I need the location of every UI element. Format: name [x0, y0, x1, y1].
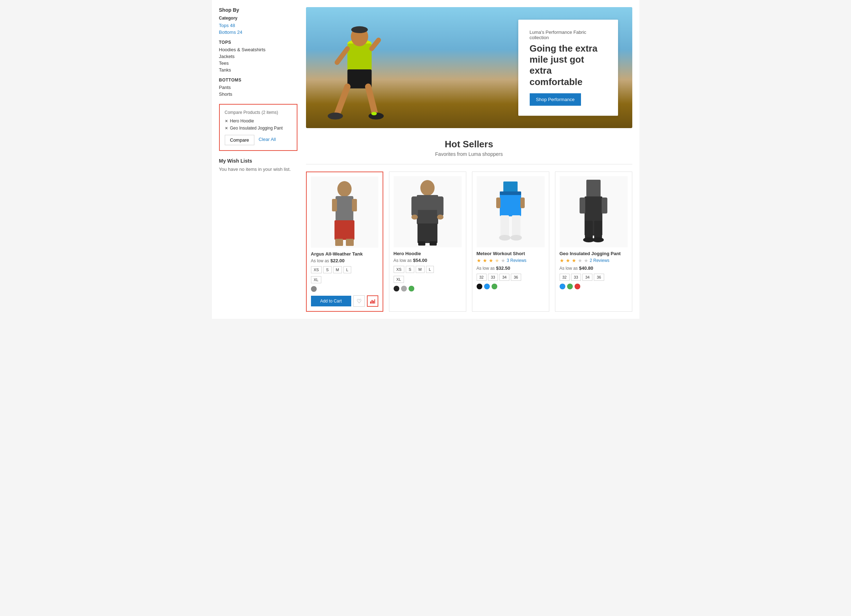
color-swatches-3 [559, 283, 628, 289]
size-xs[interactable]: XS [311, 266, 322, 273]
star-4: ★ [495, 258, 499, 263]
compare-btn-0[interactable] [367, 295, 378, 307]
svg-rect-38 [496, 198, 501, 208]
color-black-2[interactable] [477, 283, 482, 289]
main-content: Luma's Performance Fabric collection Goi… [306, 7, 632, 312]
product-card-3[interactable]: Geo Insulated Jogging Pant ★ ★ ★ ★ ★ 2 R… [555, 171, 632, 312]
compare-count: (2 items) [262, 110, 278, 115]
color-gray-1[interactable] [401, 286, 407, 291]
product-name-2: Meteor Workout Short [477, 251, 545, 256]
star3-1: ★ [559, 258, 564, 263]
clear-all-link[interactable]: Clear All [259, 136, 276, 142]
color-green-1[interactable] [409, 286, 414, 291]
svg-rect-20 [374, 299, 375, 304]
size-36-3[interactable]: 36 [594, 274, 604, 281]
color-red-3[interactable] [574, 283, 580, 289]
bottoms-section-title: BOTTOMS [219, 78, 298, 82]
color-green-3[interactable] [567, 283, 573, 289]
svg-rect-34 [501, 215, 509, 237]
color-green-2[interactable] [492, 283, 497, 289]
shop-performance-button[interactable]: Shop Performance [530, 93, 581, 106]
svg-rect-18 [371, 300, 373, 304]
compare-button[interactable]: Compare [225, 135, 254, 145]
size-l-1[interactable]: L [426, 266, 434, 273]
svg-rect-25 [437, 196, 444, 216]
hoodies-link[interactable]: Hoodies & Sweatshirts [219, 47, 298, 52]
size-l[interactable]: L [343, 266, 351, 273]
product-card-1[interactable]: Hero Hoodie As low as $54.00 XS S M L XL [389, 171, 466, 312]
tank-figure [327, 178, 362, 246]
tanks-link[interactable]: Tanks [219, 67, 298, 73]
size-34-3[interactable]: 34 [582, 274, 592, 281]
wishlist-btn-0[interactable]: ♡ [353, 295, 365, 307]
product-actions-0: Add to Cart ♡ [311, 295, 378, 307]
reviews-link-2[interactable]: 3 Reviews [507, 258, 526, 263]
product-card-2[interactable]: Meteor Workout Short ★ ★ ★ ★ ★ 3 Reviews… [472, 171, 549, 312]
runner-illustration [310, 10, 416, 128]
compare-item-2: ✕ Geo Insulated Jogging Pant [225, 126, 292, 130]
size-s-1[interactable]: S [406, 266, 414, 273]
svg-rect-35 [512, 215, 520, 237]
size-33-2[interactable]: 33 [488, 274, 498, 281]
bottoms-link[interactable]: Bottoms 24 [219, 30, 298, 35]
size-swatches-3: 32 33 34 36 [559, 274, 628, 281]
size-swatches-2: 32 33 34 36 [477, 274, 545, 281]
svg-rect-17 [370, 301, 371, 304]
svg-rect-15 [335, 239, 343, 246]
reviews-link-3[interactable]: 2 Reviews [590, 258, 609, 263]
shorts-link[interactable]: Shorts [219, 91, 298, 97]
svg-point-37 [510, 235, 522, 241]
hero-card: Luma's Performance Fabric collection Goi… [518, 19, 618, 115]
pants-link[interactable]: Pants [219, 85, 298, 90]
compare-actions: Compare Clear All [225, 135, 292, 145]
star-2: ★ [483, 258, 487, 263]
product-price-2: As low as $32.50 [477, 265, 545, 271]
size-34-2[interactable]: 34 [499, 274, 510, 281]
remove-hero-hoodie-icon[interactable]: ✕ [225, 119, 228, 123]
product-card-0[interactable]: Argus All-Weather Tank As low as $22.00 … [306, 171, 383, 312]
star3-3: ★ [572, 258, 576, 263]
remove-geo-pant-icon[interactable]: ✕ [225, 126, 228, 130]
svg-point-7 [328, 112, 343, 119]
color-black-1[interactable] [394, 286, 399, 291]
product-price-1: As low as $54.00 [394, 258, 462, 263]
size-xl-1[interactable]: XL [394, 276, 404, 283]
wish-list-section: My Wish Lists You have no items in your … [219, 158, 298, 172]
products-grid: Argus All-Weather Tank As low as $22.00 … [306, 171, 632, 312]
size-33-3[interactable]: 33 [571, 274, 581, 281]
svg-rect-24 [412, 196, 418, 216]
color-swatches-2 [477, 283, 545, 289]
size-xs-1[interactable]: XS [394, 266, 404, 273]
color-blue-3[interactable] [559, 283, 565, 289]
color-blue-2[interactable] [484, 283, 490, 289]
add-to-cart-0[interactable]: Add to Cart [311, 296, 351, 306]
product-name-0: Argus All-Weather Tank [311, 251, 378, 256]
size-s[interactable]: S [323, 266, 331, 273]
tops-link[interactable]: Tops 48 [219, 23, 298, 28]
svg-rect-30 [430, 241, 437, 246]
star-5: ★ [501, 258, 505, 263]
hero-sub-text: Luma's Performance Fabric collection [530, 30, 607, 40]
size-m-1[interactable]: M [416, 266, 425, 273]
jackets-link[interactable]: Jackets [219, 54, 298, 59]
size-swatches-0b: XL [311, 276, 378, 283]
product-name-3: Geo Insulated Jogging Pant [559, 251, 628, 256]
shop-by-title: Shop By [219, 7, 298, 13]
svg-rect-19 [373, 301, 374, 304]
size-32-3[interactable]: 32 [559, 274, 570, 281]
size-32-2[interactable]: 32 [477, 274, 487, 281]
color-swatches-0 [311, 286, 378, 292]
hoodie-figure [410, 178, 445, 246]
size-xl[interactable]: XL [311, 276, 321, 283]
color-gray[interactable] [311, 286, 317, 292]
svg-rect-22 [417, 195, 438, 211]
svg-rect-42 [585, 220, 593, 238]
tees-link[interactable]: Tees [219, 60, 298, 66]
svg-rect-14 [334, 220, 355, 240]
svg-rect-33 [500, 192, 521, 195]
size-m[interactable]: M [333, 266, 342, 273]
svg-point-21 [420, 180, 435, 196]
svg-point-10 [337, 181, 352, 197]
size-36-2[interactable]: 36 [511, 274, 521, 281]
color-swatches-1 [394, 286, 462, 291]
